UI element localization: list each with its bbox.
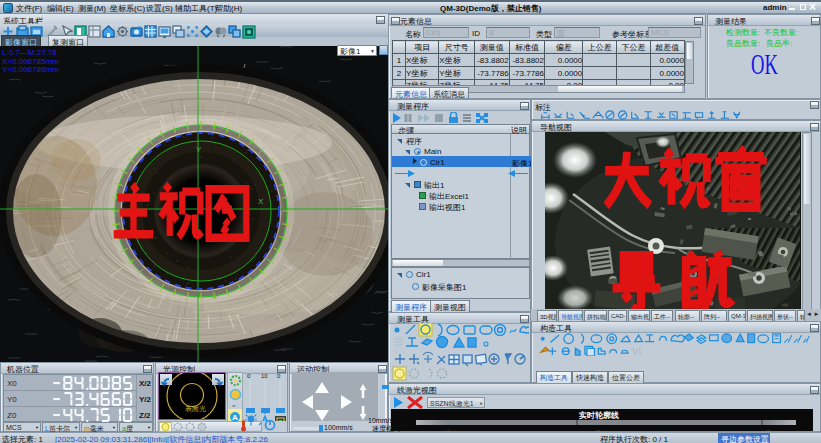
svg-text:表面光: 表面光 [185,405,206,413]
svg-text:10: 10 [261,373,268,379]
svg-text:A: A [232,413,238,422]
svg-text:L:0.7—M:27.78: L:0.7—M:27.78 [2,48,57,57]
svg-text:0: 0 [277,373,281,379]
svg-text:0: 0 [247,373,251,379]
svg-text:Y=0.006786mm: Y=0.006786mm [2,65,59,74]
